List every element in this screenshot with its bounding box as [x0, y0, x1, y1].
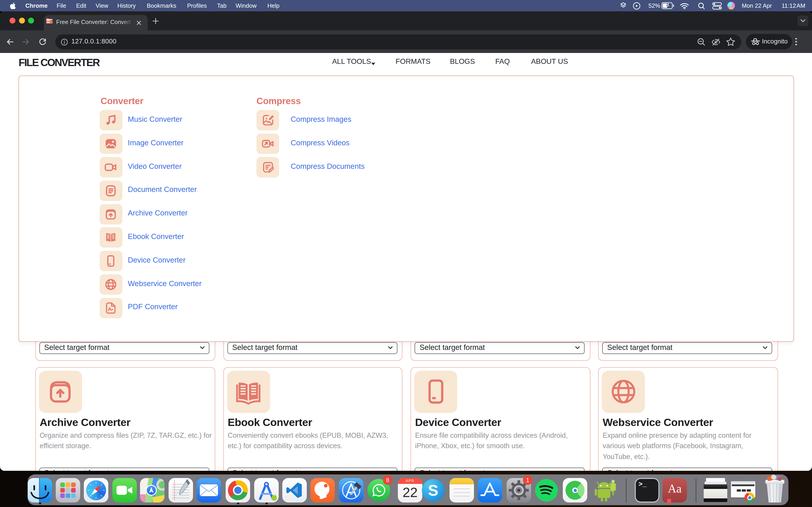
svg-text:file: file: [47, 21, 50, 23]
